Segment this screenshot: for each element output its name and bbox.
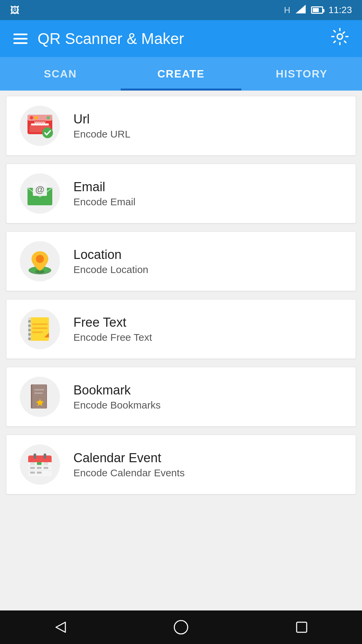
settings-button[interactable] [331,28,349,49]
location-text: Location Encode Location [73,248,148,275]
svg-marker-50 [56,622,65,632]
app-bar: QR Scanner & Maker [0,20,362,57]
svg-rect-47 [44,462,48,465]
svg-rect-49 [37,472,42,474]
email-icon-container: @ [20,173,60,214]
svg-rect-43 [37,467,42,469]
svg-point-25 [28,324,31,327]
location-title: Location [73,248,148,262]
h-indicator: H [284,5,290,15]
location-icon [25,246,55,276]
list-item-location[interactable]: Location Encode Location [6,231,356,291]
svg-rect-45 [37,462,42,465]
calendar-text: Calendar Event Encode Calendar Events [73,451,185,479]
app-title: QR Scanner & Maker [38,30,331,48]
svg-point-26 [28,329,31,331]
email-icon: @ [25,178,55,209]
location-subtitle: Encode Location [73,264,148,275]
email-subtitle: Encode Email [73,196,135,208]
svg-rect-20 [32,323,48,325]
status-right: H 11:23 [284,5,352,16]
status-bar: 🖼 H 11:23 [0,0,362,20]
bookmark-icon-container [20,377,60,417]
svg-rect-42 [30,467,35,469]
hamburger-line-3 [13,42,27,44]
svg-marker-0 [296,5,306,13]
svg-rect-38 [34,453,36,459]
battery-icon [311,6,323,14]
tab-scan[interactable]: SCAN [0,57,121,91]
text-icon [25,314,55,344]
url-title: Url [73,112,130,126]
svg-rect-52 [297,622,307,632]
back-button[interactable] [47,614,74,641]
url-icon-container: www www [20,106,60,146]
email-title: Email [73,180,135,194]
svg-point-18 [35,270,45,273]
freetext-subtitle: Encode Free Text [73,332,152,343]
url-text: Url Encode URL [73,112,130,140]
svg-rect-37 [28,459,52,462]
svg-point-1 [337,34,343,39]
url-icon: www www [25,111,55,141]
signal-icon [296,5,306,16]
hamburger-line-2 [13,38,27,40]
bookmark-text: Bookmark Encode Bookmarks [73,383,161,411]
list-item-calendar[interactable]: Calendar Event Encode Calendar Events [6,435,356,494]
svg-point-28 [28,337,31,340]
bookmark-subtitle: Encode Bookmarks [73,399,161,411]
image-icon: 🖼 [10,5,19,16]
svg-point-27 [28,333,31,336]
home-button[interactable] [168,614,194,641]
calendar-title: Calendar Event [73,451,185,465]
bottom-nav [0,610,362,644]
recents-icon [293,619,310,636]
list-item-bookmark[interactable]: Bookmark Encode Bookmarks [6,367,356,427]
svg-rect-39 [44,453,46,459]
svg-rect-32 [34,392,43,394]
freetext-text: Free Text Encode Free Text [73,315,152,343]
location-icon-container [20,241,60,281]
svg-rect-44 [44,467,48,469]
svg-point-51 [174,621,188,634]
back-icon [52,619,69,636]
svg-text:www: www [34,120,46,125]
hamburger-line-1 [13,34,27,35]
url-subtitle: Encode URL [73,128,130,140]
home-icon [173,619,189,636]
calendar-icon [25,449,55,480]
list-item-url[interactable]: www www Url Encode URL [6,96,356,156]
svg-point-6 [47,116,50,119]
svg-point-17 [36,255,44,263]
list-item-email[interactable]: @ Email Encode Email [6,164,356,223]
hamburger-menu-button[interactable] [13,34,27,44]
list-item-freetext[interactable]: Free Text Encode Free Text [6,299,356,359]
tab-create[interactable]: CREATE [121,57,241,91]
calendar-icon-container [20,444,60,485]
bookmark-icon [25,382,55,412]
svg-rect-48 [30,472,35,474]
svg-rect-22 [32,331,43,333]
email-text: Email Encode Email [73,180,135,208]
calendar-subtitle: Encode Calendar Events [73,467,185,479]
status-left: 🖼 [10,5,19,16]
freetext-icon-container [20,309,60,349]
svg-point-24 [28,320,31,323]
svg-rect-21 [32,327,48,329]
svg-point-4 [30,116,33,119]
tab-history[interactable]: HISTORY [241,57,362,91]
svg-rect-46 [30,462,35,465]
bookmark-title: Bookmark [73,383,161,397]
time-display: 11:23 [328,5,352,15]
freetext-title: Free Text [73,315,152,330]
svg-text:@: @ [35,184,44,195]
svg-rect-31 [34,389,44,390]
tab-bar: SCAN CREATE HISTORY [0,57,362,91]
recents-button[interactable] [288,614,315,641]
content-area: www www Url Encode URL @ [0,91,362,610]
